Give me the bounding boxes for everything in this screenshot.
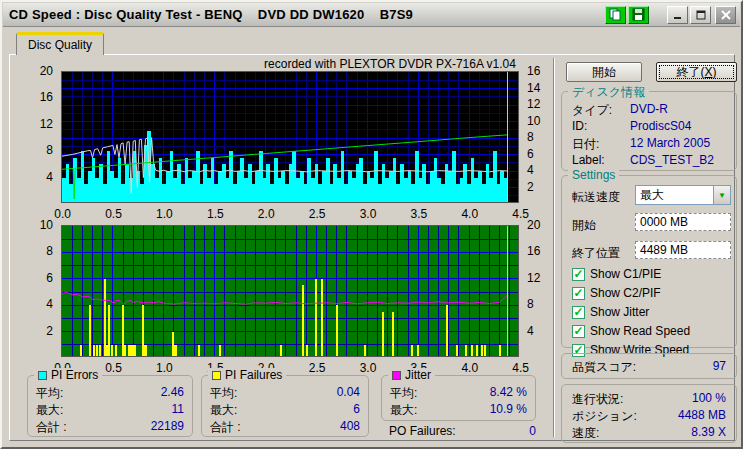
pi-failures-total-row: 合計 : 408	[210, 419, 360, 434]
pi-failures-total-value: 408	[340, 419, 360, 434]
transfer-speed-value: 最大	[636, 187, 713, 204]
disc-info-title: ディスク情報	[568, 84, 649, 101]
pi-failures-legend: PI Failures 平均: 0.04 最大: 6 合計 : 408	[201, 375, 369, 437]
settings-title: Settings	[568, 168, 619, 182]
jitter-avg-row: 平均: 8.42 %	[390, 385, 527, 400]
jitter-legend-title: Jitter	[388, 368, 435, 382]
checkbox-show-read-speed-label: Show Read Speed	[590, 324, 690, 338]
jitter-max-value: 10.9 %	[490, 402, 527, 417]
avg-label: 平均:	[36, 385, 63, 400]
po-failures-label: PO Failures:	[389, 424, 456, 438]
total-label: 合計 :	[36, 419, 67, 434]
checkbox-row-show-read-speed: ✓ Show Read Speed	[572, 323, 690, 339]
recorded-with-label: recorded with PLEXTOR DVDR PX-716A v1.04	[235, 57, 545, 71]
avg-label: 平均:	[390, 385, 417, 400]
app-window: CD Speed : Disc Quality Test - BENQ DVD …	[0, 0, 743, 449]
speed-row: 速度: 8.39 X	[572, 425, 726, 440]
settings-group: Settings 転送速度 最大 ▼ 開始 終了位置 ✓ Show C1/PIE…	[561, 175, 737, 348]
jitter-avg-value: 8.42 %	[490, 385, 527, 400]
minimize-button[interactable]	[667, 6, 688, 24]
progress-value: 100 %	[692, 391, 726, 406]
position-row: ポジション: 4488 MB	[572, 408, 726, 423]
panel-divider	[553, 58, 555, 437]
end-position-field[interactable]	[635, 241, 731, 259]
save-button[interactable]	[628, 6, 649, 24]
max-label: 最大:	[36, 402, 63, 417]
pi-failures-avg-value: 0.04	[337, 385, 360, 400]
progress-label: 進行状況:	[572, 391, 623, 406]
tab-page: recorded with PLEXTOR DVDR PX-716A v1.04…	[9, 54, 735, 441]
pi-errors-color-chip	[38, 371, 47, 380]
pi-errors-legend-text: PI Errors	[51, 368, 98, 382]
position-value: 4488 MB	[678, 408, 726, 423]
chevron-down-icon[interactable]: ▼	[713, 186, 730, 204]
check-icon: ✓	[573, 326, 583, 336]
checkbox-show-c2pif-label: Show C2/PIF	[590, 286, 661, 300]
progress-row: 進行状況: 100 %	[572, 391, 726, 406]
save-icon	[632, 8, 645, 21]
start-position-field[interactable]	[635, 213, 731, 231]
quality-score-row: 品質スコア: 97	[572, 359, 726, 374]
pi-errors-max-value: 11	[172, 402, 184, 417]
checkbox-show-c1pie[interactable]: ✓	[572, 268, 585, 281]
tab-disc-quality[interactable]: Disc Quality	[16, 32, 104, 55]
disc-id-value: ProdiscS04	[630, 119, 691, 133]
quality-score-group: 品質スコア: 97	[561, 353, 737, 379]
chart-bottom-plot	[61, 225, 519, 357]
checkbox-row-show-c1pie: ✓ Show C1/PIE	[572, 266, 661, 282]
pi-errors-avg-row: 平均: 2.46	[36, 385, 184, 400]
exit-button-label-suffix: )	[713, 65, 717, 79]
speed-label: 速度:	[572, 425, 599, 440]
checkbox-show-c2pif[interactable]: ✓	[572, 287, 585, 300]
pi-failures-max-row: 最大: 6	[210, 402, 360, 417]
start-button-label: 開始	[592, 64, 616, 81]
pi-errors-avg-value: 2.46	[161, 385, 184, 400]
max-label: 最大:	[210, 402, 237, 417]
checkbox-show-read-speed[interactable]: ✓	[572, 325, 585, 338]
start-button[interactable]: 開始	[566, 62, 642, 82]
chart-top-left-axis: 20161284	[15, 71, 57, 205]
check-icon: ✓	[573, 307, 583, 317]
checkbox-row-show-c2pif: ✓ Show C2/PIF	[572, 285, 661, 301]
chart-bottom-right-axis: 20161284	[523, 225, 553, 359]
total-label: 合計 :	[210, 419, 241, 434]
checkbox-show-jitter[interactable]: ✓	[572, 306, 585, 319]
title-bar-buttons	[605, 6, 740, 24]
chart-top-plot	[61, 71, 519, 203]
copy-icon	[609, 8, 622, 21]
copy-button[interactable]	[605, 6, 626, 24]
jitter-max-row: 最大: 10.9 %	[390, 402, 527, 417]
chart-top: 20161284 161412108642 0.00.51.01.52.02.5…	[15, 71, 555, 221]
speed-value: 8.39 X	[691, 425, 726, 440]
pi-failures-color-chip	[212, 371, 221, 380]
pi-failures-max-value: 6	[353, 402, 360, 417]
maximize-button[interactable]	[690, 6, 711, 24]
transfer-speed-label: 転送速度	[572, 189, 620, 206]
quality-score-label: 品質スコア:	[572, 359, 636, 374]
po-failures-value: 0	[529, 424, 536, 438]
end-position-label: 終了位置	[572, 245, 620, 262]
disc-type-label: タイプ:	[572, 102, 612, 119]
disc-label-value: CDS_TEST_B2	[630, 153, 714, 167]
pi-errors-max-row: 最大: 11	[36, 402, 184, 417]
position-label: ポジション:	[572, 408, 637, 423]
check-icon: ✓	[573, 269, 583, 279]
disc-type-value: DVD-R	[630, 102, 668, 116]
close-button[interactable]	[715, 6, 736, 24]
pi-errors-total-value: 22189	[151, 419, 184, 434]
disc-date-value: 12 March 2005	[630, 136, 710, 150]
disc-label-label: Label:	[572, 153, 605, 167]
quality-score-value: 97	[713, 359, 726, 374]
exit-button[interactable]: 終了(X)	[656, 62, 737, 82]
jitter-color-chip	[392, 371, 401, 380]
pi-failures-legend-text: PI Failures	[225, 368, 282, 382]
checkbox-show-c1pie-label: Show C1/PIE	[590, 267, 661, 281]
pi-errors-total-row: 合計 : 22189	[36, 419, 184, 434]
po-failures-row: PO Failures: 0	[389, 424, 536, 438]
pi-errors-legend: PI Errors 平均: 2.46 最大: 11 合計 : 22189	[27, 375, 193, 437]
exit-button-label: 終了(	[676, 64, 704, 81]
disc-date-label: 日付:	[572, 136, 599, 153]
check-icon: ✓	[573, 288, 583, 298]
transfer-speed-select[interactable]: 最大 ▼	[635, 185, 731, 205]
chart-bottom-x-axis: 0.00.51.01.52.02.53.03.54.04.5	[61, 361, 521, 375]
